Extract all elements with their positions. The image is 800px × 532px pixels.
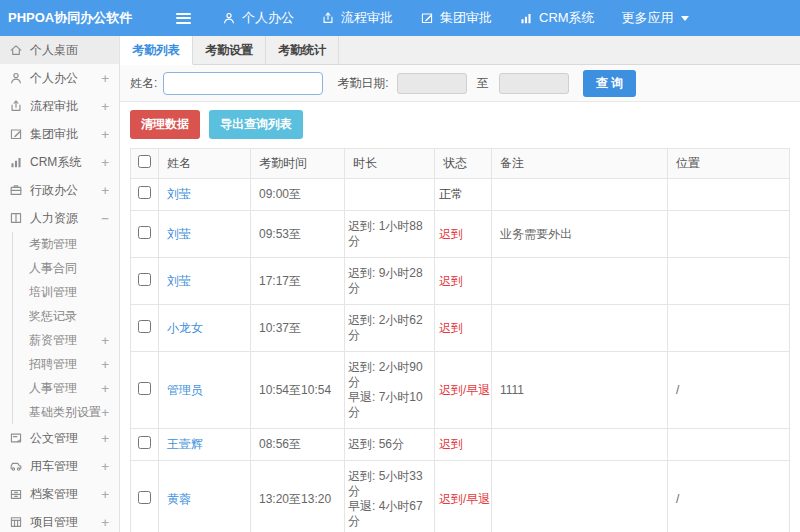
nav-item-workflow-approval[interactable]: 流程审批: [321, 9, 393, 27]
sidebar-item-label: 公文管理: [30, 430, 101, 447]
user-icon: [222, 11, 236, 25]
cell-remark: [492, 429, 668, 461]
main-content: 考勤列表考勤设置考勤统计 姓名: 考勤日期: 至 查 询 清理数据 导出查询列表: [120, 36, 800, 532]
export-list-button[interactable]: 导出查询列表: [209, 110, 303, 139]
sidebar-subitem-training-management[interactable]: 培训管理: [13, 280, 119, 304]
tab-attendance-setup[interactable]: 考勤设置: [193, 36, 266, 64]
project-icon: [9, 515, 23, 529]
sidebar-item-group-approval[interactable]: 集团审批+: [0, 120, 119, 148]
expand-toggle-icon[interactable]: +: [101, 155, 109, 170]
query-button[interactable]: 查 询: [583, 70, 636, 97]
nav-item-label: CRM系统: [539, 9, 595, 27]
cell-status: 迟到: [435, 305, 492, 352]
hamburger-menu-icon[interactable]: [172, 6, 195, 30]
sidebar-subitem-personnel-management[interactable]: 人事管理+: [13, 376, 119, 400]
app-logo[interactable]: PHPOA协同办公软件: [0, 9, 120, 27]
employee-name-link[interactable]: 刘莹: [167, 227, 191, 241]
table-row: 小龙女10:37至迟到: 2小时62分迟到: [131, 305, 790, 352]
nav-item-group-approval[interactable]: 集团审批: [420, 9, 492, 27]
filter-bar: 姓名: 考勤日期: 至 查 询: [120, 65, 800, 102]
cell-name: 刘莹: [159, 211, 251, 258]
sidebar-subitem-hr-contract[interactable]: 人事合同: [13, 256, 119, 280]
action-bar: 清理数据 导出查询列表: [120, 102, 800, 148]
row-checkbox[interactable]: [138, 491, 151, 504]
sidebar-item-admin-office[interactable]: 行政办公+: [0, 176, 119, 204]
employee-name-link[interactable]: 黄蓉: [167, 492, 191, 506]
expand-toggle-icon[interactable]: +: [101, 357, 109, 372]
sidebar-item-human-resources[interactable]: 人力资源−: [0, 204, 119, 232]
cell-duration: 迟到: 2小时62分: [345, 305, 435, 352]
expand-toggle-icon[interactable]: +: [101, 71, 109, 86]
sidebar-subitem-salary-management[interactable]: 薪资管理+: [13, 328, 119, 352]
sidebar-item-vehicle-management[interactable]: 用车管理+: [0, 452, 119, 480]
chart-icon: [9, 155, 23, 169]
cell-name: 小龙女: [159, 305, 251, 352]
sidebar-subitem-reward-punishment-record[interactable]: 奖惩记录: [13, 304, 119, 328]
sidebar-item-project-management[interactable]: 项目管理+: [0, 508, 119, 532]
nav-item-more-apps[interactable]: 更多应用: [622, 9, 689, 27]
expand-toggle-icon[interactable]: +: [101, 487, 109, 502]
row-checkbox[interactable]: [138, 320, 151, 333]
sidebar-subitem-recruitment-management[interactable]: 招聘管理+: [13, 352, 119, 376]
cell-attendance-time: 10:37至: [251, 305, 345, 352]
sidebar-item-document-management[interactable]: 公文管理+: [0, 424, 119, 452]
table-row: 管理员10:54至10:54迟到: 2小时90分早退: 7小时10分迟到/早退1…: [131, 352, 790, 429]
employee-name-link[interactable]: 管理员: [167, 383, 203, 397]
cell-status: 迟到: [435, 429, 492, 461]
expand-toggle-icon[interactable]: +: [101, 333, 109, 348]
sidebar: 个人桌面个人办公+流程审批+集团审批+CRM系统+行政办公+人力资源− 考勤管理…: [0, 36, 120, 532]
expand-toggle-icon[interactable]: +: [101, 515, 109, 530]
cell-location: /: [668, 461, 790, 532]
sidebar-item-archive-management[interactable]: 档案管理+: [0, 480, 119, 508]
clean-data-button[interactable]: 清理数据: [130, 110, 200, 139]
sidebar-item-workflow-approval[interactable]: 流程审批+: [0, 92, 119, 120]
sidebar-item-personal-office[interactable]: 个人办公+: [0, 64, 119, 92]
expand-toggle-icon[interactable]: +: [101, 459, 109, 474]
table-row: 刘莹09:53至迟到: 1小时88分迟到业务需要外出: [131, 211, 790, 258]
nav-item-personal-office[interactable]: 个人办公: [222, 9, 294, 27]
row-checkbox[interactable]: [138, 273, 151, 286]
date-to-label: 至: [477, 75, 489, 92]
row-checkbox[interactable]: [138, 436, 151, 449]
sidebar-item-label: 项目管理: [30, 514, 101, 531]
employee-name-link[interactable]: 刘莹: [167, 187, 191, 201]
cell-remark: 1111: [492, 352, 668, 429]
employee-name-link[interactable]: 刘莹: [167, 274, 191, 288]
sidebar-item-crm-system[interactable]: CRM系统+: [0, 148, 119, 176]
sidebar-subitem-basic-category-settings[interactable]: 基础类别设置+: [13, 400, 119, 424]
tab-attendance-list[interactable]: 考勤列表: [120, 36, 193, 65]
sidebar-item-label: 培训管理: [29, 284, 109, 301]
cell-duration: [345, 179, 435, 211]
sidebar-main-group: 个人桌面个人办公+流程审批+集团审批+CRM系统+行政办公+人力资源−: [0, 36, 119, 232]
sidebar-subitem-attendance-management[interactable]: 考勤管理: [13, 232, 119, 256]
sidebar-item-label: 人事管理: [29, 380, 101, 397]
col-header-location: 位置: [668, 149, 790, 179]
expand-toggle-icon[interactable]: +: [101, 431, 109, 446]
date-from-input[interactable]: [397, 73, 467, 94]
expand-toggle-icon[interactable]: +: [101, 99, 109, 114]
tab-attendance-stats[interactable]: 考勤统计: [266, 36, 339, 64]
cell-location: [668, 211, 790, 258]
cell-attendance-time: 08:56至: [251, 429, 345, 461]
employee-name-link[interactable]: 王壹辉: [167, 437, 203, 451]
nav-item-crm-system[interactable]: CRM系统: [519, 9, 595, 27]
doc-icon: [9, 431, 23, 445]
date-to-input[interactable]: [499, 73, 569, 94]
expand-toggle-icon[interactable]: +: [101, 405, 109, 420]
expand-toggle-icon[interactable]: +: [101, 183, 109, 198]
sidebar-submenu: 考勤管理人事合同培训管理奖惩记录薪资管理+招聘管理+人事管理+基础类别设置+: [12, 232, 119, 424]
sidebar-item-personal-desktop[interactable]: 个人桌面: [0, 36, 119, 64]
nav-item-label: 集团审批: [440, 9, 492, 27]
expand-toggle-icon[interactable]: −: [101, 211, 109, 226]
name-filter-input[interactable]: [163, 72, 323, 95]
select-all-checkbox[interactable]: [138, 155, 151, 168]
expand-toggle-icon[interactable]: +: [101, 381, 109, 396]
employee-name-link[interactable]: 小龙女: [167, 321, 203, 335]
row-checkbox[interactable]: [138, 226, 151, 239]
row-checkbox[interactable]: [138, 186, 151, 199]
cell-attendance-time: 17:17至: [251, 258, 345, 305]
book-icon: [9, 211, 23, 225]
row-checkbox[interactable]: [138, 382, 151, 395]
expand-toggle-icon[interactable]: +: [101, 127, 109, 142]
attendance-table: 姓名 考勤时间 时长 状态 备注 位置 刘莹09:00至正常刘莹09:53至迟到…: [130, 148, 790, 532]
